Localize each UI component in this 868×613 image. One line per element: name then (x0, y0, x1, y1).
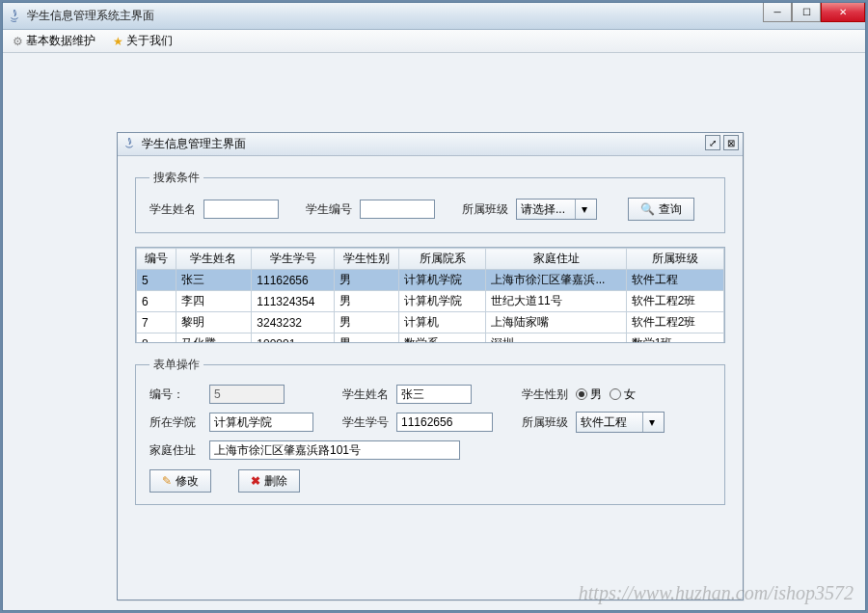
table-header[interactable]: 所属班级 (626, 249, 723, 270)
results-table[interactable]: 编号学生姓名学生学号学生性别所属院系家庭住址所属班级 5张三11162656男计… (136, 248, 724, 343)
search-id-label: 学生编号 (306, 201, 352, 218)
radio-dot-icon (576, 388, 587, 400)
table-row[interactable]: 6李四111324354男计算机学院世纪大道11号软件工程2班 (137, 291, 724, 312)
minimize-button[interactable]: ─ (763, 3, 792, 22)
chevron-down-icon: ▾ (642, 413, 660, 432)
table-cell[interactable]: 男 (334, 333, 399, 344)
form-class-combo[interactable]: 软件工程 ▾ (576, 412, 665, 433)
maximize-button[interactable]: ☐ (792, 3, 821, 22)
edit-button-label: 修改 (176, 473, 199, 490)
star-icon: ★ (113, 35, 123, 48)
menu-basic-data[interactable]: ⚙ 基本数据维护 (9, 31, 99, 51)
window-title: 学生信息管理系统主界面 (27, 8, 154, 24)
table-row[interactable]: 5张三11162656男计算机学院上海市徐汇区肇嘉浜...软件工程 (137, 270, 724, 291)
pencil-icon: ✎ (162, 474, 172, 488)
table-cell[interactable]: 男 (334, 312, 399, 333)
table-cell[interactable]: 黎明 (176, 312, 252, 333)
java-icon (123, 138, 137, 151)
table-cell[interactable]: 数学系 (399, 333, 486, 344)
search-class-combo[interactable]: 请选择... ▾ (516, 199, 597, 220)
search-legend: 搜索条件 (149, 170, 203, 186)
search-name-input[interactable] (203, 200, 279, 219)
form-faculty-input[interactable] (209, 413, 313, 432)
combo-text: 软件工程 (581, 414, 638, 431)
table-cell[interactable]: 5 (137, 270, 176, 291)
table-cell[interactable]: 6 (137, 291, 176, 312)
table-cell[interactable]: 计算机学院 (399, 270, 486, 291)
table-row[interactable]: 8马化腾100001男数学系深圳数学1班 (137, 333, 724, 344)
menu-item-label: 关于我们 (126, 33, 173, 49)
table-cell[interactable]: 111324354 (252, 291, 335, 312)
table-cell[interactable]: 世纪大道11号 (486, 291, 626, 312)
table-cell[interactable]: 深圳 (486, 333, 626, 344)
internal-titlebar: 学生信息管理主界面 ⤢ ⊠ (118, 133, 743, 156)
table-cell[interactable]: 11162656 (252, 270, 335, 291)
window-controls: ─ ☐ ✕ (763, 3, 865, 22)
form-legend: 表单操作 (149, 357, 203, 373)
client-area: 学生信息管理主界面 ⤢ ⊠ 搜索条件 学生姓名 学生编号 (3, 53, 865, 610)
radio-female-label: 女 (624, 386, 636, 403)
form-sno-label: 学生学号 (342, 414, 389, 431)
table-cell[interactable]: 软件工程2班 (626, 312, 723, 333)
form-sno-input[interactable] (396, 413, 493, 432)
form-address-input[interactable] (209, 440, 460, 460)
radio-female[interactable]: 女 (610, 386, 636, 403)
table-cell[interactable]: 计算机学院 (399, 291, 486, 312)
table-cell[interactable]: 男 (334, 270, 399, 291)
table-cell[interactable]: 8 (137, 333, 176, 344)
search-id-input[interactable] (360, 200, 435, 219)
table-cell[interactable]: 男 (334, 291, 399, 312)
table-header[interactable]: 学生学号 (252, 249, 335, 270)
query-button-label: 查询 (659, 201, 682, 218)
internal-body: 搜索条件 学生姓名 学生编号 所属班级 请选择... ▾ (118, 156, 743, 600)
close-button[interactable]: ✕ (821, 3, 865, 22)
form-id-label: 编号： (149, 386, 202, 403)
radio-male[interactable]: 男 (576, 386, 602, 403)
delete-button[interactable]: ✖ 删除 (238, 469, 300, 493)
table-row[interactable]: 7黎明3243232男计算机上海陆家嘴软件工程2班 (137, 312, 724, 333)
table-header[interactable]: 所属院系 (399, 249, 486, 270)
menu-about[interactable]: ★ 关于我们 (109, 31, 176, 51)
radio-dot-icon (610, 388, 621, 400)
table-cell[interactable]: 3243232 (252, 312, 335, 333)
form-name-input[interactable] (396, 385, 472, 404)
table-cell[interactable]: 马化腾 (176, 333, 252, 344)
form-class-label: 所属班级 (522, 414, 568, 431)
table-header[interactable]: 编号 (137, 249, 176, 270)
table-cell[interactable]: 上海市徐汇区肇嘉浜... (486, 270, 626, 291)
table-cell[interactable]: 100001 (252, 333, 335, 344)
table-header[interactable]: 学生姓名 (176, 249, 252, 270)
table-cell[interactable]: 软件工程 (626, 270, 723, 291)
chevron-down-icon: ▾ (575, 200, 592, 219)
table-cell[interactable]: 7 (137, 312, 176, 333)
delete-button-label: 删除 (264, 473, 287, 490)
form-fieldset: 表单操作 编号： 学生姓名 学生性别 男 (135, 357, 725, 505)
table-cell[interactable]: 张三 (176, 270, 252, 291)
search-name-label: 学生姓名 (149, 201, 196, 218)
menu-item-label: 基本数据维护 (26, 33, 95, 49)
internal-close-button[interactable]: ⊠ (723, 135, 739, 150)
search-icon: 🔍 (640, 202, 655, 216)
query-button[interactable]: 🔍 查询 (628, 198, 694, 221)
table-cell[interactable]: 软件工程2班 (626, 291, 723, 312)
table-cell[interactable]: 计算机 (399, 312, 486, 333)
internal-title: 学生信息管理主界面 (142, 136, 246, 152)
edit-button[interactable]: ✎ 修改 (149, 469, 211, 493)
gear-icon: ⚙ (13, 35, 23, 48)
search-fieldset: 搜索条件 学生姓名 学生编号 所属班级 请选择... ▾ (135, 170, 725, 233)
table-cell[interactable]: 李四 (176, 291, 252, 312)
form-gender-label: 学生性别 (522, 386, 568, 403)
search-class-label: 所属班级 (462, 201, 508, 218)
titlebar: 学生信息管理系统主界面 ─ ☐ ✕ (3, 3, 865, 30)
table-cell[interactable]: 上海陆家嘴 (486, 312, 626, 333)
main-window: 学生信息管理系统主界面 ─ ☐ ✕ ⚙ 基本数据维护 ★ 关于我们 学生信息管理… (2, 2, 866, 611)
table-cell[interactable]: 数学1班 (626, 333, 723, 344)
results-table-wrap: 编号学生姓名学生学号学生性别所属院系家庭住址所属班级 5张三11162656男计… (135, 247, 725, 343)
table-header[interactable]: 家庭住址 (486, 249, 626, 270)
form-name-label: 学生姓名 (342, 386, 389, 403)
table-header[interactable]: 学生性别 (334, 249, 399, 270)
form-address-label: 家庭住址 (149, 442, 202, 459)
radio-male-label: 男 (590, 386, 602, 403)
internal-maximize-button[interactable]: ⤢ (705, 135, 720, 150)
x-icon: ✖ (251, 474, 260, 488)
